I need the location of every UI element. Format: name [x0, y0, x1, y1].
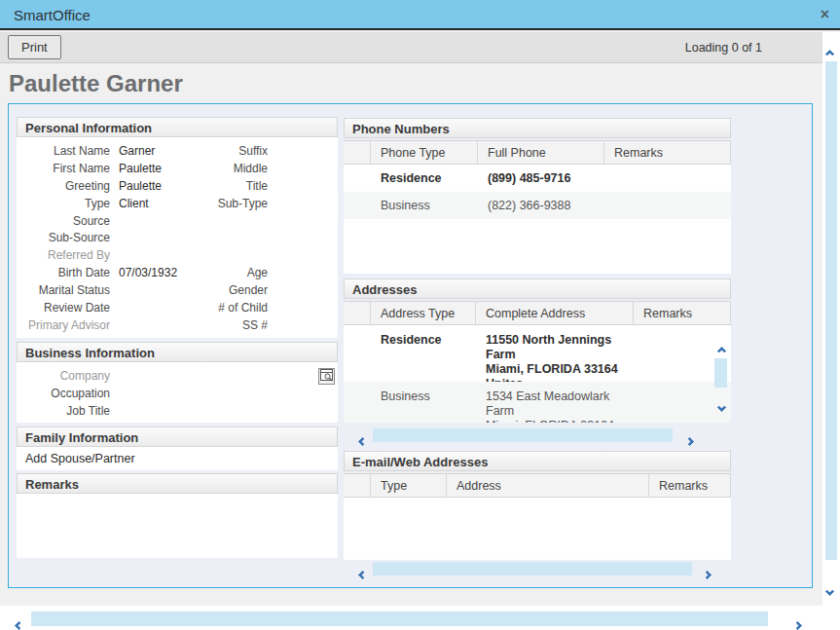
addresses-scroll-left-icon[interactable] — [359, 431, 366, 449]
field-row: Source — [17, 212, 338, 230]
addresses-scroll-up-icon[interactable] — [718, 341, 725, 358]
column-header-address-type: Address Type — [371, 302, 476, 324]
address-type-cell: Residence — [371, 325, 476, 382]
page-horizontal-scrollbar-thumb[interactable] — [31, 611, 768, 626]
field-row: Review Date# of Child — [17, 299, 338, 316]
page-horizontal-scrollbar — [0, 609, 822, 630]
field-value: Paulette — [110, 162, 203, 175]
field-label: Job Title — [17, 404, 110, 418]
column-header-remarks: Remarks — [649, 474, 731, 497]
page-scroll-left-icon[interactable] — [16, 615, 22, 630]
complete-address-cell: 11550 North Jennings Farm Miami, FLORIDA… — [476, 325, 634, 382]
phone-remarks-cell — [604, 165, 731, 192]
phone-row[interactable]: Business (822) 366-9388 — [344, 192, 731, 219]
addresses-header: Addresses — [344, 278, 731, 299]
title-bar: SmartOffice × — [0, 0, 840, 30]
addresses-horizontal-scrollbar-thumb[interactable] — [373, 428, 673, 442]
field-row: Occupation — [17, 385, 338, 402]
column-header-remarks: Remarks — [604, 141, 731, 164]
column-header-address: Address — [447, 474, 649, 497]
field-row: GreetingPauletteTitle — [17, 177, 338, 195]
field-value: Paulette — [110, 179, 203, 193]
field-label: Sub-Source — [17, 231, 110, 244]
print-button[interactable]: Print — [8, 35, 61, 59]
field-label: Referred By — [17, 248, 110, 262]
email-table-header: Type Address Remarks — [344, 473, 731, 498]
page-scroll-down-icon[interactable] — [826, 581, 833, 599]
field-row: Sub-Source — [17, 229, 338, 246]
remarks-header: Remarks — [17, 473, 338, 494]
field-label: Primary Advisor — [17, 318, 110, 332]
page-vertical-scrollbar — [822, 32, 840, 630]
field-row: Referred By — [17, 246, 338, 264]
column-header-select — [344, 302, 371, 324]
company-lookup-icon — [320, 369, 333, 382]
field-label: Source — [17, 214, 110, 228]
window-title: SmartOffice — [14, 7, 91, 23]
page-scroll-right-icon[interactable] — [794, 615, 801, 630]
toolbar: Print Loading 0 of 1 — [0, 32, 822, 63]
field-label: # of Child — [203, 301, 268, 315]
phone-type-cell: Business — [371, 192, 478, 219]
page-scroll-up-icon[interactable] — [826, 44, 833, 61]
field-row: Company — [17, 367, 338, 385]
field-value: Client — [110, 197, 203, 210]
email-scroll-right-icon[interactable] — [704, 565, 711, 582]
phone-row[interactable]: Residence (899) 485-9716 — [344, 165, 731, 192]
field-value: Garner — [110, 144, 203, 158]
column-header-select — [344, 141, 371, 164]
addresses-scroll-down-icon[interactable] — [718, 397, 725, 415]
field-label: First Name — [17, 162, 110, 175]
close-icon[interactable]: × — [821, 5, 829, 24]
address-type-cell: Business — [371, 382, 476, 423]
phone-type-cell: Residence — [371, 165, 478, 192]
address-row[interactable]: Business 1534 East Meadowlark Farm Miami… — [344, 382, 731, 423]
addresses-vertical-scrollbar-thumb[interactable] — [714, 358, 727, 388]
complete-address-cell: 1534 East Meadowlark Farm Miami, FLORIDA… — [476, 382, 634, 423]
email-web-addresses-header: E-mail/Web Addresses — [344, 451, 731, 471]
addresses-scroll-right-icon[interactable] — [686, 431, 693, 449]
add-spouse-partner-link[interactable]: Add Spouse/Partner — [17, 447, 338, 465]
field-row: Last NameGarnerSuffix — [17, 142, 338, 160]
field-row: TypeClientSub-Type — [17, 195, 338, 212]
column-header-select — [344, 474, 371, 497]
phone-numbers-header: Phone Numbers — [344, 118, 731, 138]
email-horizontal-scrollbar — [344, 562, 731, 577]
field-label: Birth Date — [17, 266, 110, 279]
field-label: Greeting — [17, 179, 110, 193]
company-lookup-button[interactable] — [318, 368, 335, 385]
address-table-body: Residence 11550 North Jennings Farm Miam… — [344, 325, 731, 423]
business-information-body: Company Occupation Job Title — [17, 362, 338, 423]
address-table-header: Address Type Complete Address Remarks — [344, 301, 731, 325]
field-label: Marital Status — [17, 283, 110, 297]
personal-information-header: Personal Information — [17, 117, 338, 137]
page-vertical-scrollbar-thumb[interactable] — [825, 61, 837, 560]
field-label: Suffix — [203, 144, 268, 158]
field-label: Type — [17, 197, 110, 210]
field-label: SS # — [203, 318, 268, 332]
email-scroll-left-icon[interactable] — [359, 565, 366, 582]
field-label: Gender — [203, 283, 268, 297]
email-table-body — [344, 498, 731, 560]
address-row[interactable]: Residence 11550 North Jennings Farm Miam… — [344, 325, 731, 382]
column-header-full-phone: Full Phone — [478, 141, 604, 164]
column-header-remarks: Remarks — [634, 302, 731, 324]
field-label: Company — [17, 369, 110, 383]
field-row: Marital StatusGender — [17, 281, 338, 299]
column-header-phone-type: Phone Type — [371, 141, 478, 164]
field-label: Sub-Type — [203, 197, 268, 210]
personal-information-body: Last NameGarnerSuffix First NamePaulette… — [17, 137, 338, 338]
address-remarks-cell — [634, 382, 731, 423]
field-row: Birth Date07/03/1932Age — [17, 264, 338, 281]
column-header-complete-address: Complete Address — [476, 302, 634, 324]
email-horizontal-scrollbar-thumb[interactable] — [373, 562, 692, 575]
family-information-header: Family Information — [17, 426, 338, 447]
remarks-body — [17, 494, 338, 558]
addresses-horizontal-scrollbar — [344, 428, 731, 444]
phone-table-body: Residence (899) 485-9716 Business (822) … — [344, 165, 731, 274]
smartoffice-window: SmartOffice × Print Loading 0 of 1 Paule… — [0, 0, 840, 630]
page-title: Paulette Garner — [9, 70, 183, 97]
left-column: Personal Information Last NameGarnerSuff… — [17, 104, 338, 587]
field-row: Job Title — [17, 402, 338, 420]
full-phone-cell: (822) 366-9388 — [478, 192, 604, 219]
